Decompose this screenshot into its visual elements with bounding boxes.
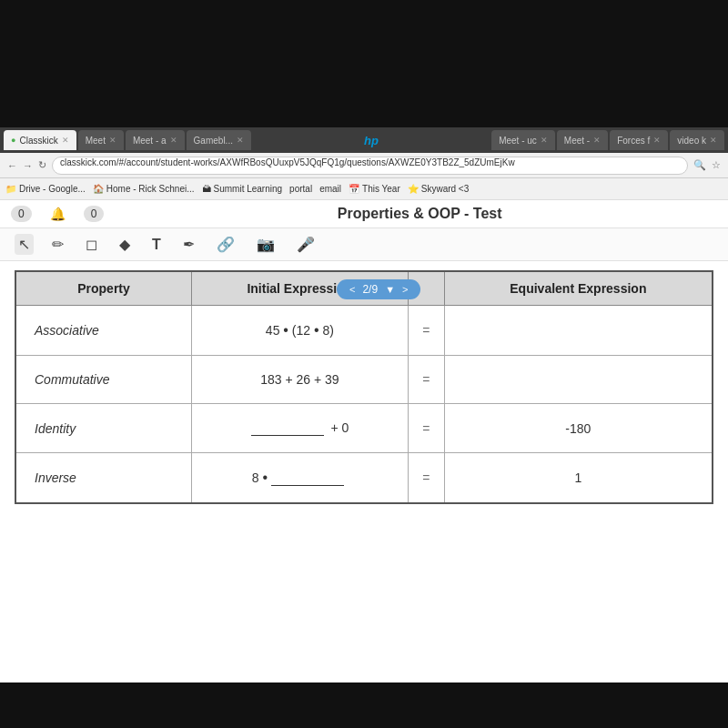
- blank-inverse[interactable]: [271, 470, 344, 486]
- tab-close-icon[interactable]: ✕: [653, 136, 661, 145]
- mic-tool[interactable]: 🎤: [293, 234, 318, 255]
- property-commutative: Commutative: [15, 356, 192, 404]
- bookmarks-bar: 📁 Drive - Google... 🏠 Home - Rick Schnei…: [0, 178, 728, 200]
- tab-meet3[interactable]: Meet - uc ✕: [491, 130, 555, 150]
- diamond-tool[interactable]: ◆: [116, 234, 134, 255]
- blank-identity[interactable]: [251, 420, 324, 436]
- tab-close-icon[interactable]: ✕: [710, 136, 717, 145]
- hp-logo: hp: [364, 134, 379, 147]
- bookmark-home[interactable]: 🏠 Home - Rick Schnei...: [93, 184, 195, 194]
- bell-icon[interactable]: 🔔: [50, 207, 66, 221]
- tab-meet1[interactable]: Meet ✕: [78, 130, 124, 150]
- tab-meet2[interactable]: Meet - a ✕: [126, 130, 185, 150]
- tab-label: Meet -: [564, 136, 590, 146]
- equals-commutative: =: [408, 356, 444, 404]
- link-tool[interactable]: 🔗: [213, 234, 238, 255]
- tab-label: Meet - uc: [499, 136, 537, 146]
- equivalent-identity: -180: [444, 404, 713, 453]
- bookmark-icon: 🏠: [93, 184, 104, 194]
- right-counter: 0: [84, 206, 105, 222]
- black-top-bar: [0, 0, 728, 127]
- app-title: Properties & OOP - Test: [122, 206, 717, 222]
- bookmark-icon: 📅: [349, 184, 359, 194]
- black-bottom-bar: [0, 682, 728, 728]
- tab-label: Forces f: [617, 136, 650, 146]
- property-identity: Identity: [15, 404, 192, 453]
- tab-close-icon[interactable]: ✕: [62, 136, 69, 145]
- bookmark-portal[interactable]: portal: [289, 184, 312, 194]
- tab-forces[interactable]: Forces f ✕: [610, 130, 668, 150]
- pencil-tool[interactable]: ✒: [179, 234, 198, 255]
- pagination-bubble: < 2/9 ▼ >: [337, 279, 420, 299]
- table-row: Identity + 0 = -180: [15, 404, 713, 453]
- tab-label: Gamebl...: [194, 136, 233, 146]
- bookmark-icon: 🏔: [202, 184, 211, 194]
- tab-close-icon[interactable]: ✕: [237, 136, 244, 145]
- pagination-next[interactable]: >: [402, 284, 408, 295]
- equals-associative: =: [408, 306, 444, 356]
- refresh-icon[interactable]: ↻: [38, 159, 46, 171]
- address-input[interactable]: classkick.com/#/account/student-works/AX…: [52, 157, 688, 175]
- properties-table: Property Initial Expression Equivalent E…: [15, 270, 713, 504]
- equivalent-commutative[interactable]: [444, 356, 713, 404]
- content-area: 0 🔔 0 Properties & OOP - Test ↖ ✏ ◻ ◆ T …: [0, 200, 728, 682]
- tab-label: Meet: [86, 136, 106, 146]
- table-container: < 2/9 ▼ > Property Initial Expression Eq…: [0, 261, 728, 513]
- property-associative: Associative: [15, 306, 192, 356]
- tab-label: Meet - a: [133, 136, 167, 146]
- drawing-toolbar: ↖ ✏ ◻ ◆ T ✒ 🔗 📷 🎤: [0, 228, 728, 261]
- left-counter: 0: [11, 206, 32, 222]
- pen-tool[interactable]: ✏: [48, 234, 67, 255]
- browser-window: ● Classkick ✕ Meet ✕ Meet - a ✕ Gamebl..…: [0, 127, 728, 682]
- table-row: Commutative 183 + 26 + 39 =: [15, 356, 713, 404]
- address-bar: ← → ↻ classkick.com/#/account/student-wo…: [0, 153, 728, 178]
- tab-close-icon[interactable]: ✕: [170, 136, 177, 145]
- text-tool[interactable]: T: [148, 235, 165, 255]
- equivalent-inverse: 1: [444, 453, 713, 504]
- cursor-tool[interactable]: ↖: [15, 234, 34, 255]
- bookmark-skyward[interactable]: ⭐ Skyward <3: [408, 184, 470, 194]
- expression-inverse: 8 •: [192, 453, 409, 504]
- tab-close-icon[interactable]: ✕: [593, 136, 601, 145]
- equals-inverse: =: [408, 453, 444, 504]
- search-icon[interactable]: 🔍: [693, 159, 706, 171]
- table-row: Associative 45 • (12 • 8) =: [15, 306, 713, 356]
- expression-identity: + 0: [192, 404, 409, 453]
- equals-identity: =: [408, 404, 444, 453]
- pagination-label: 2/9: [362, 283, 378, 296]
- header-property: Property: [15, 271, 192, 306]
- app-toolbar: 0 🔔 0 Properties & OOP - Test: [0, 200, 728, 228]
- tab-classkick[interactable]: ● Classkick ✕: [4, 130, 76, 150]
- pagination-down[interactable]: ▼: [385, 284, 395, 295]
- bookmark-summit[interactable]: 🏔 Summit Learning: [202, 184, 283, 194]
- eraser-tool[interactable]: ◻: [82, 234, 101, 255]
- header-equivalent-expression: Equivalent Expression: [444, 271, 713, 306]
- tab-gameblue[interactable]: Gamebl... ✕: [187, 130, 251, 150]
- tab-bar: ● Classkick ✕ Meet ✕ Meet - a ✕ Gamebl..…: [0, 127, 728, 153]
- tab-meet4[interactable]: Meet - ✕: [557, 130, 608, 150]
- bookmark-email[interactable]: email: [319, 184, 341, 194]
- tab-video[interactable]: video k ✕: [670, 130, 724, 150]
- pagination-prev[interactable]: <: [349, 284, 355, 295]
- tab-label: video k: [677, 136, 706, 146]
- tab-close-icon[interactable]: ✕: [109, 136, 116, 145]
- expression-commutative: 183 + 26 + 39: [192, 356, 409, 404]
- bookmark-drive[interactable]: 📁 Drive - Google...: [5, 184, 86, 194]
- property-inverse: Inverse: [15, 453, 192, 504]
- forward-icon[interactable]: →: [23, 160, 33, 171]
- camera-tool[interactable]: 📷: [253, 234, 278, 255]
- tab-label: Classkick: [19, 136, 57, 146]
- bookmark-star-icon[interactable]: ☆: [712, 159, 721, 171]
- table-row: Inverse 8 • = 1: [15, 453, 713, 504]
- expression-associative: 45 • (12 • 8): [192, 306, 409, 356]
- bookmark-icon: 📁: [5, 184, 16, 194]
- equivalent-associative[interactable]: [444, 306, 713, 356]
- bookmark-thisyear[interactable]: 📅 This Year: [349, 184, 400, 194]
- tab-close-icon[interactable]: ✕: [541, 136, 548, 145]
- back-icon[interactable]: ←: [7, 160, 17, 171]
- bookmark-icon: ⭐: [408, 184, 419, 194]
